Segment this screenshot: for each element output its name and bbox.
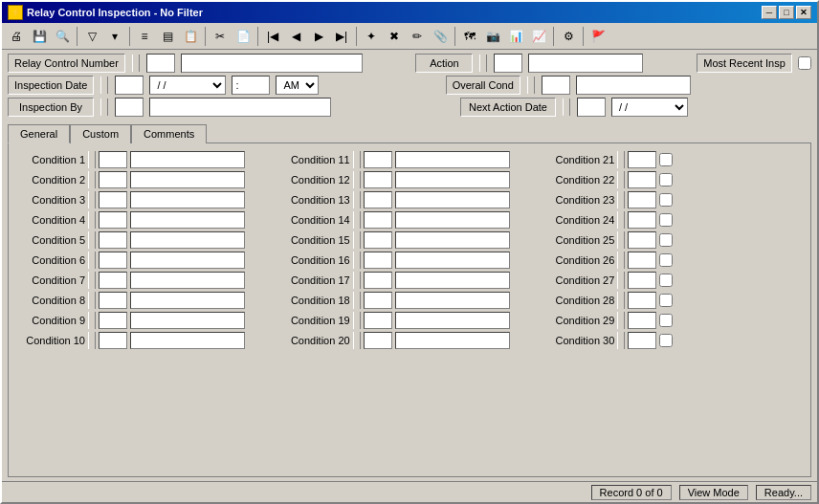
cond-29-input1[interactable] [628, 312, 656, 329]
inspection-by-input1[interactable] [115, 98, 144, 117]
cond-7-input2[interactable] [130, 272, 245, 289]
nav-next-button[interactable]: ▶ [308, 26, 329, 47]
cond-11-input2[interactable] [395, 151, 510, 168]
print-button[interactable]: 🖨 [6, 26, 27, 47]
cond-11-input1[interactable] [364, 151, 392, 168]
cut-button[interactable]: ✂ [210, 26, 231, 47]
cond-17-input1[interactable] [364, 272, 392, 289]
cond-30-input1[interactable] [628, 332, 656, 349]
cond-24-checkbox[interactable] [659, 213, 673, 227]
next-action-date-input1[interactable] [577, 98, 606, 117]
cond-9-input2[interactable] [130, 312, 245, 329]
cond-25-checkbox[interactable] [659, 233, 673, 247]
photo-button[interactable]: 📷 [482, 26, 503, 47]
map-button[interactable]: 🗺 [459, 26, 480, 47]
cond-30-checkbox[interactable] [659, 334, 673, 347]
cond-7-input1[interactable] [99, 272, 127, 289]
cond-22-input1[interactable] [628, 171, 656, 188]
tab-custom[interactable]: Custom [70, 124, 131, 143]
cond-21-checkbox[interactable] [659, 153, 673, 166]
cond-23-checkbox[interactable] [659, 193, 673, 207]
minimize-button[interactable]: ─ [762, 6, 777, 19]
inspection-by-input2[interactable] [149, 98, 331, 117]
cond-10-input1[interactable] [99, 332, 127, 349]
graph-button[interactable]: 📊 [505, 26, 526, 47]
cond-25-input1[interactable] [628, 231, 656, 249]
save-button[interactable]: 💾 [29, 26, 50, 47]
cond-18-input2[interactable] [395, 292, 510, 309]
cond-20-input1[interactable] [364, 332, 392, 349]
cond-29-checkbox[interactable] [659, 314, 673, 327]
filter-dropdown-button[interactable]: ▾ [104, 26, 125, 47]
cond-4-input1[interactable] [99, 211, 127, 229]
inspection-time-input[interactable] [232, 76, 270, 95]
most-recent-insp-checkbox[interactable] [798, 56, 811, 70]
cond-17-input2[interactable] [395, 272, 510, 289]
cond-14-input1[interactable] [364, 211, 392, 229]
cond-13-input2[interactable] [395, 191, 510, 208]
cond-3-input1[interactable] [99, 191, 127, 208]
cond-26-input1[interactable] [628, 252, 656, 269]
nav-prev-button[interactable]: ◀ [285, 26, 306, 47]
find-button[interactable]: 🔍 [52, 26, 73, 47]
chart-button[interactable]: 📈 [528, 26, 549, 47]
tab-general[interactable]: General [8, 124, 70, 143]
cond-20-input2[interactable] [395, 332, 510, 349]
cond-16-input1[interactable] [364, 252, 392, 269]
cond-5-input1[interactable] [99, 231, 127, 249]
cond-6-input2[interactable] [130, 252, 245, 269]
action-input2[interactable] [528, 54, 643, 73]
cond-2-input1[interactable] [99, 171, 127, 188]
inspection-ampm-select[interactable]: AM PM [276, 76, 319, 95]
filter-button[interactable]: ▽ [81, 26, 102, 47]
cond-1-input1[interactable] [99, 151, 127, 168]
overall-cond-input1[interactable] [542, 76, 570, 95]
cond-27-checkbox[interactable] [659, 274, 673, 287]
cond-23-input1[interactable] [628, 191, 656, 208]
cond-3-input2[interactable] [130, 191, 245, 208]
cond-16-input2[interactable] [395, 252, 510, 269]
cond-8-input1[interactable] [99, 292, 127, 309]
maximize-button[interactable]: □ [779, 6, 794, 19]
cond-12-input1[interactable] [364, 171, 392, 188]
next-action-date-select[interactable]: / / [611, 98, 688, 117]
inspection-date-input1[interactable] [115, 76, 144, 95]
cond-26-checkbox[interactable] [659, 253, 673, 267]
overall-cond-input2[interactable] [576, 76, 691, 95]
cond-4-input2[interactable] [130, 211, 245, 229]
relay-control-number-input1[interactable] [146, 54, 175, 73]
cond-18-input1[interactable] [364, 292, 392, 309]
new-button[interactable]: ✦ [361, 26, 382, 47]
cond-8-input2[interactable] [130, 292, 245, 309]
cond-21-input1[interactable] [628, 151, 656, 168]
cond-28-input1[interactable] [628, 292, 656, 309]
cond-1-input2[interactable] [130, 151, 245, 168]
delete-button[interactable]: ✖ [384, 26, 405, 47]
cond-10-input2[interactable] [130, 332, 245, 349]
cond-13-input1[interactable] [364, 191, 392, 208]
action-input1[interactable] [494, 54, 522, 73]
cond-15-input1[interactable] [364, 231, 392, 249]
cond-5-input2[interactable] [130, 231, 245, 249]
cond-19-input2[interactable] [395, 312, 510, 329]
relay-control-number-input2[interactable] [181, 54, 363, 73]
flag-button[interactable]: 🚩 [587, 26, 609, 47]
cond-15-input2[interactable] [395, 231, 510, 249]
cond-28-checkbox[interactable] [659, 294, 673, 307]
cond-14-input2[interactable] [395, 211, 510, 229]
inspection-date-select[interactable]: / / [149, 76, 226, 95]
nav-last-button[interactable]: ▶| [331, 26, 352, 47]
nav-first-button[interactable]: |◀ [262, 26, 283, 47]
cond-9-input1[interactable] [99, 312, 127, 329]
close-button[interactable]: ✕ [796, 6, 811, 19]
config-button[interactable]: ⚙ [558, 26, 579, 47]
cond-2-input2[interactable] [130, 171, 245, 188]
copy-button[interactable]: 📄 [232, 26, 254, 47]
form-button[interactable]: ▤ [157, 26, 178, 47]
cond-27-input1[interactable] [628, 272, 656, 289]
cond-6-input1[interactable] [99, 252, 127, 269]
cond-22-checkbox[interactable] [659, 173, 673, 186]
list-button[interactable]: ≡ [134, 26, 155, 47]
cond-24-input1[interactable] [628, 211, 656, 229]
cond-12-input2[interactable] [395, 171, 510, 188]
